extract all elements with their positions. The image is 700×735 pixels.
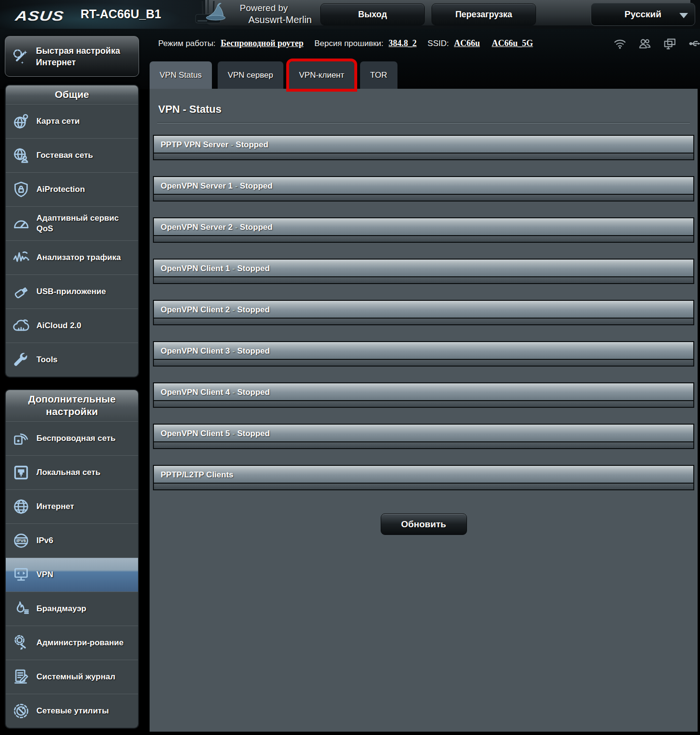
sidebar-item-system-log[interactable]: Системный журнал (6, 660, 138, 694)
status-table-ovpn-client4: OpenVPN Client 4 - Stopped (153, 382, 694, 408)
vpn-tabs: VPN Status VPN сервер VPN-клиент TOR (150, 61, 397, 89)
sidebar-item-usb-application[interactable]: USB-приложение (6, 274, 138, 308)
wifi-icon[interactable] (613, 36, 627, 51)
internet-globe-icon (6, 497, 36, 516)
merlin-router-icon (188, 0, 234, 31)
status-row-header: OpenVPN Server 1 - Stopped (154, 177, 693, 195)
chevron-down-icon (679, 13, 688, 18)
status-row-body (154, 401, 693, 407)
asus-logo: ASUS (14, 8, 65, 24)
status-row-body (154, 277, 693, 283)
sidebar-section-advanced: Дополнительные настройки Беспроводная се… (5, 389, 139, 729)
guest-network-icon (6, 146, 36, 165)
sidebar-section-general: Общие Карта сети Гостевая сет (5, 84, 139, 378)
status-row-body (154, 484, 693, 489)
sidebar-item-internet[interactable]: Интернет (6, 489, 138, 523)
status-row-body (154, 360, 693, 366)
lan-port-icon (6, 463, 36, 482)
tab-vpn-server[interactable]: VPN сервер (218, 61, 283, 89)
reboot-button[interactable]: Перезагрузка (432, 3, 536, 25)
status-table-pptp-l2tp-clients: PPTP/L2TP Clients (153, 465, 694, 490)
status-row-body (154, 442, 693, 448)
sidebar-item-guest-network[interactable]: Гостевая сеть (6, 138, 138, 172)
clients-icon[interactable] (638, 36, 652, 51)
status-row-header: OpenVPN Client 1 - Stopped (154, 260, 693, 277)
sidebar-item-lan[interactable]: Локальная сеть (6, 455, 138, 489)
refresh-button[interactable]: Обновить (381, 513, 467, 535)
firmware-label: Версия прошивки: (315, 39, 384, 48)
sidebar-item-aiprotection[interactable]: AiProtection (6, 172, 138, 206)
quick-setup-icon (5, 47, 36, 67)
traffic-analyzer-icon (6, 248, 36, 267)
aiprotection-shield-icon (6, 180, 36, 199)
status-table-ovpn-client2: OpenVPN Client 2 - Stopped (153, 300, 694, 325)
router-model-name: RT-AC66U_B1 (81, 7, 161, 21)
sidebar-item-ipv6[interactable]: IPV6 IPv6 (6, 523, 138, 557)
system-log-icon (6, 667, 36, 687)
vpn-monitor-icon (6, 565, 36, 584)
status-info-bar: Режим работы: Беспроводной роутер Версия… (158, 38, 561, 48)
devices-icon[interactable] (663, 36, 677, 51)
sidebar-item-administration[interactable]: Администри-рование (6, 626, 138, 660)
page-title: VPN - Status (158, 103, 689, 116)
administration-gear-icon (6, 633, 36, 652)
status-row-header: OpenVPN Client 3 - Stopped (154, 342, 693, 360)
ipv6-globe-icon: IPV6 (6, 531, 36, 550)
ssid-24g-link[interactable]: AC66u (454, 38, 480, 48)
tab-tor[interactable]: TOR (360, 61, 397, 89)
logout-button[interactable]: Выход (320, 3, 425, 25)
language-value: Русский (625, 9, 662, 19)
aicloud-icon (6, 316, 36, 335)
firmware-version-link[interactable]: 384.8_2 (389, 38, 417, 48)
operation-mode-link[interactable]: Беспроводной роутер (221, 38, 303, 48)
ssid-label: SSID: (428, 39, 449, 48)
sidebar-item-firewall[interactable]: Брандмауэр (6, 592, 138, 626)
status-table-ovpn-server1: OpenVPN Server 1 - Stopped (153, 176, 694, 202)
status-row-body (154, 154, 693, 159)
usb-drive-icon (6, 282, 36, 301)
status-row-header: OpenVPN Client 2 - Stopped (154, 301, 693, 319)
status-table-ovpn-server2: OpenVPN Server 2 - Stopped (153, 217, 694, 243)
tab-vpn-status[interactable]: VPN Status (150, 61, 212, 89)
network-tools-icon (6, 701, 36, 721)
language-select[interactable]: Русский (591, 3, 695, 26)
usb-icon[interactable] (688, 36, 700, 51)
sidebar-item-traffic-analyzer[interactable]: Анализатор трафика (6, 240, 138, 274)
sidebar-item-aicloud[interactable]: AiCloud 2.0 (6, 308, 138, 343)
qos-gauge-icon (6, 214, 36, 233)
status-row-header: PPTP VPN Server - Stopped (154, 136, 693, 154)
status-row-body (154, 195, 693, 201)
status-table-ovpn-client1: OpenVPN Client 1 - Stopped (153, 259, 694, 284)
status-row-header: OpenVPN Client 5 - Stopped (154, 425, 693, 442)
router-admin-page: ASUS RT-AC66U_B1 Powered by Asuswrt-Merl… (0, 0, 700, 735)
sidebar: Быстрая настройка Интернет Общие Карта с… (5, 36, 139, 735)
status-table-ovpn-client3: OpenVPN Client 3 - Stopped (153, 341, 694, 367)
quick-internet-setup-button[interactable]: Быстрая настройка Интернет (5, 36, 139, 77)
ssid-5g-link[interactable]: AC66u_5G (492, 38, 533, 48)
tab-vpn-client[interactable]: VPN-клиент (289, 61, 354, 89)
title-divider (157, 122, 690, 123)
status-row-body (154, 319, 693, 324)
section-title-advanced: Дополнительные настройки (6, 390, 138, 421)
quick-setup-label: Быстрая настройка Интернет (36, 45, 120, 68)
sidebar-item-adaptive-qos[interactable]: Адаптивный сервис QoS (6, 206, 138, 240)
sidebar-item-network-map[interactable]: Карта сети (6, 104, 138, 138)
powered-by-text: Powered by Asuswrt-Merlin (240, 2, 312, 25)
status-row-header: PPTP/L2TP Clients (154, 466, 693, 484)
sidebar-item-tools[interactable]: Tools (6, 343, 138, 377)
status-table-pptp-server: PPTP VPN Server - Stopped (153, 135, 694, 160)
operation-mode-label: Режим работы: (158, 39, 216, 48)
status-row-body (154, 236, 693, 242)
status-table-ovpn-client5: OpenVPN Client 5 - Stopped (153, 424, 694, 449)
network-map-icon (6, 112, 36, 131)
sidebar-item-wireless[interactable]: Беспроводная сеть (6, 421, 138, 455)
status-row-header: OpenVPN Client 4 - Stopped (154, 383, 693, 401)
quick-status-icons (613, 36, 700, 51)
svg-text:IPV6: IPV6 (16, 538, 26, 543)
firewall-flame-icon (6, 599, 36, 618)
sidebar-item-vpn[interactable]: VPN (6, 557, 138, 592)
sidebar-item-network-tools[interactable]: Сетевые утилиты (6, 694, 138, 728)
wireless-icon (6, 429, 36, 448)
section-title-general: Общие (6, 85, 138, 104)
top-banner: ASUS RT-AC66U_B1 Powered by Asuswrt-Merl… (0, 0, 700, 29)
